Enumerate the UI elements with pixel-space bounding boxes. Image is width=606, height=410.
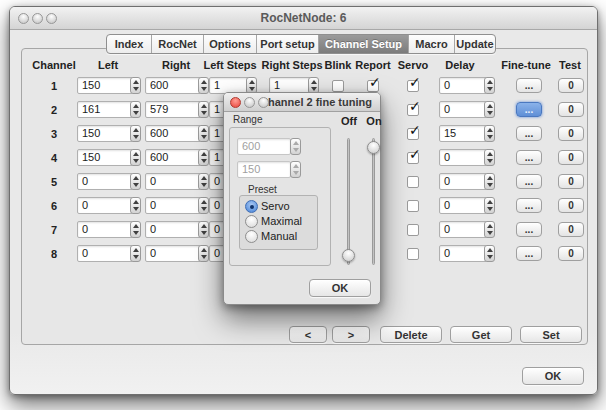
tab-port-setup[interactable]: Port setup <box>257 35 319 53</box>
test-button[interactable]: 0 <box>558 126 584 141</box>
stepper-down-icon[interactable] <box>487 255 493 259</box>
stepper-up-icon[interactable] <box>133 104 139 108</box>
stepper-down-icon[interactable] <box>201 207 207 211</box>
stepper-down-icon[interactable] <box>487 207 493 211</box>
stepper-up-icon[interactable] <box>133 152 139 156</box>
blink-checkbox[interactable] <box>332 80 344 92</box>
delay-field[interactable]: 0 <box>439 245 487 262</box>
delay-field[interactable]: 0 <box>439 173 487 190</box>
stepper-down-icon[interactable] <box>293 171 299 175</box>
stepper-down-icon[interactable] <box>133 135 139 139</box>
test-button[interactable]: 0 <box>558 78 584 93</box>
test-button[interactable]: 0 <box>558 174 584 189</box>
stepper-up-icon[interactable] <box>487 104 493 108</box>
off-slider-thumb[interactable] <box>342 249 355 262</box>
stepper-down-icon[interactable] <box>133 255 139 259</box>
stepper-down-icon[interactable] <box>311 87 317 91</box>
report-checkbox[interactable]: ✓ <box>367 80 379 92</box>
stepper-down-icon[interactable] <box>487 231 493 235</box>
right-field[interactable]: 600 <box>145 149 201 166</box>
main-titlebar[interactable]: RocNetNode: 6 <box>10 7 597 30</box>
stepper-up-icon[interactable] <box>133 248 139 252</box>
delay-field[interactable]: 0 <box>439 77 487 94</box>
tab-update[interactable]: Update <box>455 35 495 53</box>
stepper-down-icon[interactable] <box>201 135 207 139</box>
set-button[interactable]: Set <box>520 326 582 343</box>
stepper-up-icon[interactable] <box>133 224 139 228</box>
left-stepper[interactable] <box>130 245 141 262</box>
delay-stepper[interactable] <box>484 245 495 262</box>
stepper-down-icon[interactable] <box>487 135 493 139</box>
left-field[interactable]: 0 <box>77 173 133 190</box>
delay-field[interactable]: 0 <box>439 197 487 214</box>
left-field[interactable]: 0 <box>77 221 133 238</box>
delay-stepper[interactable] <box>484 77 495 94</box>
dialog-zoom-icon[interactable] <box>258 97 269 108</box>
stepper-down-icon[interactable] <box>201 183 207 187</box>
stepper-up-icon[interactable] <box>201 128 207 132</box>
prev-channel-button[interactable]: < <box>289 326 327 343</box>
left-field[interactable]: 161 <box>77 101 133 118</box>
right-stepper[interactable] <box>198 245 209 262</box>
stepper-down-icon[interactable] <box>133 231 139 235</box>
stepper-down-icon[interactable] <box>201 111 207 115</box>
delay-stepper[interactable] <box>484 125 495 142</box>
stepper-down-icon[interactable] <box>133 159 139 163</box>
stepper-down-icon[interactable] <box>293 148 299 152</box>
right-field[interactable]: 600 <box>145 77 201 94</box>
stepper-up-icon[interactable] <box>487 200 493 204</box>
on-slider-thumb[interactable] <box>367 141 380 154</box>
zoom-icon[interactable] <box>46 13 57 24</box>
left-field[interactable]: 150 <box>77 125 133 142</box>
stepper-up-icon[interactable] <box>487 128 493 132</box>
stepper-up-icon[interactable] <box>487 248 493 252</box>
stepper-down-icon[interactable] <box>487 87 493 91</box>
left-stepper[interactable] <box>130 173 141 190</box>
delay-stepper[interactable] <box>484 173 495 190</box>
stepper-down-icon[interactable] <box>133 111 139 115</box>
left-stepper[interactable] <box>130 221 141 238</box>
left-field[interactable]: 0 <box>77 245 133 262</box>
next-channel-button[interactable]: > <box>332 326 370 343</box>
stepper-down-icon[interactable] <box>487 111 493 115</box>
right-field[interactable]: 0 <box>145 221 201 238</box>
delete-button[interactable]: Delete <box>380 326 442 343</box>
fine-tune-button[interactable]: ... <box>516 198 542 213</box>
delay-stepper[interactable] <box>484 101 495 118</box>
close-icon[interactable] <box>18 13 29 24</box>
stepper-down-icon[interactable] <box>201 87 207 91</box>
fine-tune-button[interactable]: ... <box>516 150 542 165</box>
delay-stepper[interactable] <box>484 149 495 166</box>
fine-tune-button[interactable]: ... <box>516 246 542 261</box>
right-stepper[interactable] <box>198 221 209 238</box>
servo-checkbox[interactable] <box>407 176 419 188</box>
stepper-down-icon[interactable] <box>133 183 139 187</box>
stepper-down-icon[interactable] <box>249 87 255 91</box>
fine-tune-button[interactable]: ... <box>516 222 542 237</box>
left-stepper[interactable] <box>130 197 141 214</box>
on-slider-track[interactable] <box>372 138 375 265</box>
right-stepper[interactable] <box>198 149 209 166</box>
tab-rocnet[interactable]: RocNet <box>152 35 204 53</box>
left-field[interactable]: 150 <box>77 149 133 166</box>
servo-checkbox[interactable]: ✓ <box>407 104 419 116</box>
range-low-field[interactable]: 150 <box>237 161 291 178</box>
dialog-ok-button[interactable]: OK <box>309 279 371 297</box>
right-field[interactable]: 0 <box>145 197 201 214</box>
left-field[interactable]: 150 <box>77 77 133 94</box>
preset-radio-maximal[interactable] <box>245 215 258 228</box>
stepper-down-icon[interactable] <box>201 159 207 163</box>
stepper-up-icon[interactable] <box>133 128 139 132</box>
left-stepper[interactable] <box>130 149 141 166</box>
right-field[interactable]: 0 <box>145 173 201 190</box>
stepper-up-icon[interactable] <box>201 104 207 108</box>
fine-tune-button[interactable]: ... <box>516 126 542 141</box>
delay-stepper[interactable] <box>484 197 495 214</box>
stepper-up-icon[interactable] <box>487 224 493 228</box>
preset-radio-manual[interactable] <box>245 230 258 243</box>
left-field[interactable]: 0 <box>77 197 133 214</box>
test-button[interactable]: 0 <box>558 198 584 213</box>
stepper-up-icon[interactable] <box>201 200 207 204</box>
off-slider-track[interactable] <box>347 138 350 265</box>
stepper-down-icon[interactable] <box>201 255 207 259</box>
